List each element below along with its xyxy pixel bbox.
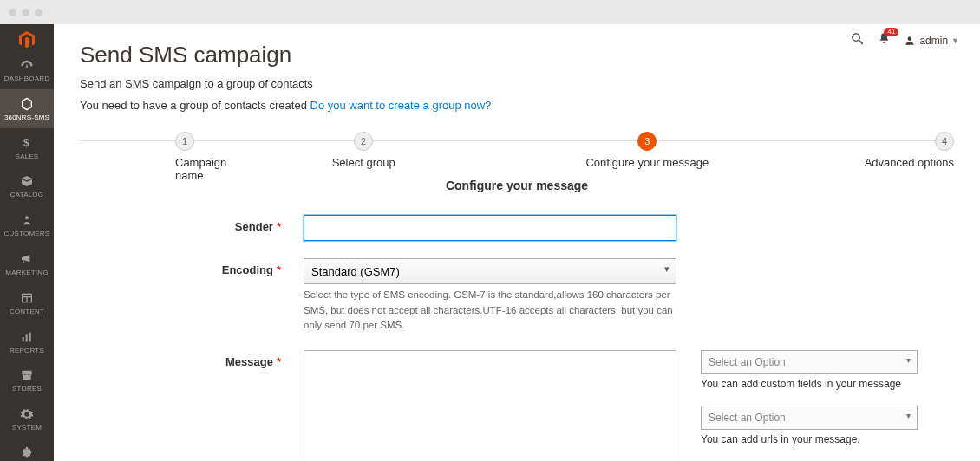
step-number: 1	[175, 132, 194, 151]
window-dot	[35, 9, 42, 16]
custom-fields-help: You can add custom fields in your messag…	[701, 378, 954, 390]
window-dot	[9, 9, 16, 16]
sidebar-item-label: Stores	[10, 386, 43, 393]
encoding-select[interactable]: Standard (GSM7)	[304, 258, 676, 284]
search-button[interactable]	[850, 31, 865, 49]
sidebar-item-label: Dashboard	[3, 75, 51, 83]
message-label: Message*	[80, 350, 304, 368]
create-group-link[interactable]: Do you want to create a group now?	[310, 99, 492, 112]
layout-icon	[20, 290, 34, 306]
message-form: Sender* Encoding* Standard (GSM7)	[80, 215, 954, 461]
browser-titlebar	[0, 0, 980, 24]
step-campaign-name[interactable]: 1 Campaign name	[80, 132, 233, 172]
sidebar-item-label: 360NRS-SMS	[3, 114, 51, 122]
page-title: Send SMS campaign	[80, 42, 954, 68]
sidebar-item-360nrs-sms[interactable]: 360NRS-SMS	[0, 89, 54, 128]
step-select-group[interactable]: 2 Select group	[233, 132, 494, 172]
sender-label: Sender*	[80, 215, 304, 233]
step-number: 2	[354, 132, 373, 151]
gear-icon	[20, 406, 34, 422]
svg-point-10	[908, 36, 912, 41]
megaphone-icon	[20, 251, 34, 267]
sidebar-item-marketing[interactable]: Marketing	[0, 244, 54, 283]
dollar-icon: $	[20, 135, 34, 151]
user-menu[interactable]: admin ▼	[904, 35, 959, 47]
hexagon-icon	[20, 96, 34, 112]
sidebar-item-label: Customers	[3, 230, 52, 238]
url-select[interactable]: Select an Option	[701, 406, 918, 430]
sidebar-item-customers[interactable]: Customers	[0, 205, 54, 244]
topbar: 41 admin ▼	[850, 31, 959, 49]
sidebar-item-reports[interactable]: Reports	[0, 322, 54, 361]
username-label: admin	[919, 35, 948, 47]
admin-sidebar: Dashboard 360NRS-SMS $ Sales Catalog Cus…	[0, 24, 54, 461]
encoding-label: Encoding*	[80, 258, 304, 276]
notification-badge: 41	[884, 28, 898, 36]
page-subtitle: Send an SMS campaign to a group of conta…	[80, 74, 954, 116]
svg-text:$: $	[23, 137, 29, 149]
search-icon	[850, 31, 865, 46]
sidebar-item-label: Content	[8, 308, 46, 316]
svg-point-1	[25, 217, 29, 220]
subtitle-line1: Send an SMS campaign to a group of conta…	[80, 74, 954, 95]
puzzle-icon	[20, 445, 34, 461]
step-number: 3	[637, 132, 657, 151]
sidebar-item-label: Catalog	[9, 192, 45, 199]
sidebar-item-find-partners[interactable]: Find Partners & Extensions	[0, 438, 54, 461]
sidebar-item-content[interactable]: Content	[0, 283, 54, 322]
step-label: Configure your message	[493, 156, 800, 169]
step-label: Select group	[233, 156, 494, 169]
sidebar-item-system[interactable]: System	[0, 399, 54, 438]
sidebar-item-label: Marketing	[3, 269, 49, 277]
sidebar-item-stores[interactable]: Stores	[0, 360, 54, 399]
sidebar-item-catalog[interactable]: Catalog	[0, 166, 54, 205]
person-icon	[20, 212, 34, 228]
magento-logo[interactable]	[0, 29, 54, 50]
svg-rect-5	[23, 337, 24, 341]
url-help: You can add urls in your message.	[701, 433, 954, 445]
bar-chart-icon	[20, 329, 34, 345]
step-label: Campaign name	[175, 156, 233, 182]
sidebar-item-label: System	[10, 425, 43, 432]
message-textarea[interactable]	[304, 350, 676, 461]
store-icon	[20, 367, 34, 383]
chevron-down-icon: ▼	[951, 36, 959, 45]
sidebar-item-label: Sales	[14, 153, 41, 161]
svg-rect-6	[26, 334, 28, 341]
user-icon	[904, 35, 916, 47]
box-icon	[20, 173, 34, 189]
gauge-icon	[20, 57, 34, 73]
sidebar-item-sales[interactable]: $ Sales	[0, 128, 54, 167]
sidebar-item-dashboard[interactable]: Dashboard	[0, 50, 54, 89]
step-advanced-options[interactable]: 4 Advanced options	[800, 132, 954, 172]
custom-fields-select[interactable]: Select an Option	[701, 350, 918, 374]
encoding-help: Select the type of SMS encoding. GSM-7 i…	[304, 288, 676, 333]
step-configure-message[interactable]: 3 Configure your message	[493, 132, 800, 172]
svg-rect-7	[29, 332, 31, 341]
svg-point-8	[853, 34, 860, 42]
step-number: 4	[935, 132, 954, 151]
sender-input[interactable]	[304, 215, 676, 241]
notifications-button[interactable]: 41	[877, 31, 892, 49]
subtitle-line2: You need to have a group of contacts cre…	[80, 95, 954, 117]
main-panel: 41 admin ▼ Send SMS campaign Send an SMS…	[54, 24, 980, 461]
window-dot	[22, 9, 29, 16]
step-label: Advanced options	[800, 156, 954, 169]
sidebar-item-label: Reports	[8, 347, 46, 355]
svg-line-9	[859, 41, 863, 44]
wizard-stepper: 1 Campaign name 2 Select group 3 Configu…	[80, 132, 954, 172]
